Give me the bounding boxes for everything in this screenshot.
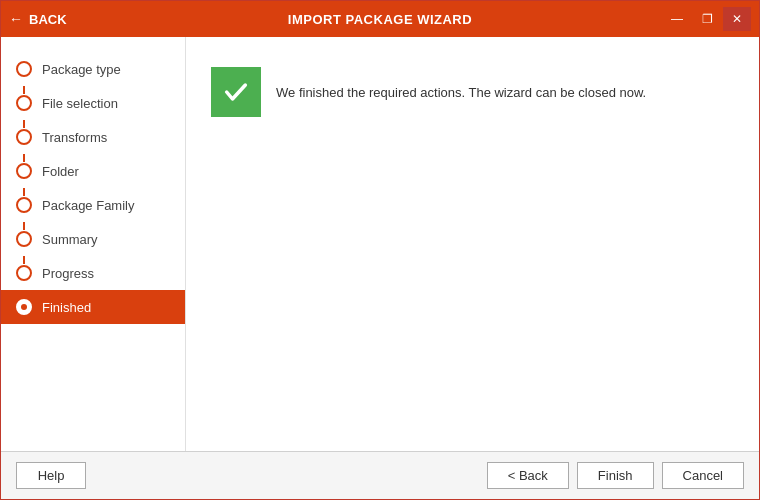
main-content: Package typeFile selectionTransformsFold… xyxy=(1,37,759,451)
success-banner: We finished the required actions. The wi… xyxy=(211,67,734,117)
step-label: Transforms xyxy=(42,130,107,145)
back-button[interactable]: ← BACK xyxy=(9,11,67,27)
sidebar-item-finished[interactable]: Finished xyxy=(1,290,185,324)
title-bar: ← BACK IMPORT PACKAGE WIZARD — ❐ ✕ xyxy=(1,1,759,37)
step-indicator xyxy=(16,129,32,145)
minimize-button[interactable]: — xyxy=(663,7,691,31)
sidebar-item-transforms[interactable]: Transforms xyxy=(1,120,185,154)
sidebar-item-progress[interactable]: Progress xyxy=(1,256,185,290)
sidebar-item-folder[interactable]: Folder xyxy=(1,154,185,188)
close-button[interactable]: ✕ xyxy=(723,7,751,31)
step-indicator xyxy=(16,265,32,281)
sidebar: Package typeFile selectionTransformsFold… xyxy=(1,37,186,451)
step-indicator xyxy=(16,231,32,247)
step-indicator xyxy=(16,197,32,213)
success-message: We finished the required actions. The wi… xyxy=(276,85,646,100)
sidebar-item-package-family[interactable]: Package Family xyxy=(1,188,185,222)
sidebar-item-file-selection[interactable]: File selection xyxy=(1,86,185,120)
step-indicator xyxy=(16,163,32,179)
back-nav-button[interactable]: < Back xyxy=(487,462,569,489)
sidebar-item-package-type[interactable]: Package type xyxy=(1,52,185,86)
step-label: File selection xyxy=(42,96,118,111)
success-icon xyxy=(211,67,261,117)
help-button[interactable]: Help xyxy=(16,462,86,489)
window-title: IMPORT PACKAGE WIZARD xyxy=(288,12,472,27)
step-label: Folder xyxy=(42,164,79,179)
restore-button[interactable]: ❐ xyxy=(693,7,721,31)
step-indicator xyxy=(16,61,32,77)
footer-right: < Back Finish Cancel xyxy=(487,462,744,489)
step-label: Package type xyxy=(42,62,121,77)
finish-button[interactable]: Finish xyxy=(577,462,654,489)
step-label: Progress xyxy=(42,266,94,281)
step-label: Summary xyxy=(42,232,98,247)
sidebar-item-summary[interactable]: Summary xyxy=(1,222,185,256)
window: ← BACK IMPORT PACKAGE WIZARD — ❐ ✕ Packa… xyxy=(0,0,760,500)
step-label: Finished xyxy=(42,300,91,315)
back-label: BACK xyxy=(29,12,67,27)
footer-left: Help xyxy=(16,462,86,489)
back-arrow-icon: ← xyxy=(9,11,23,27)
window-controls: — ❐ ✕ xyxy=(663,7,751,31)
content-panel: We finished the required actions. The wi… xyxy=(186,37,759,451)
checkmark-icon xyxy=(222,78,250,106)
step-indicator xyxy=(16,95,32,111)
cancel-button[interactable]: Cancel xyxy=(662,462,744,489)
footer: Help < Back Finish Cancel xyxy=(1,451,759,499)
step-indicator xyxy=(16,299,32,315)
step-label: Package Family xyxy=(42,198,134,213)
